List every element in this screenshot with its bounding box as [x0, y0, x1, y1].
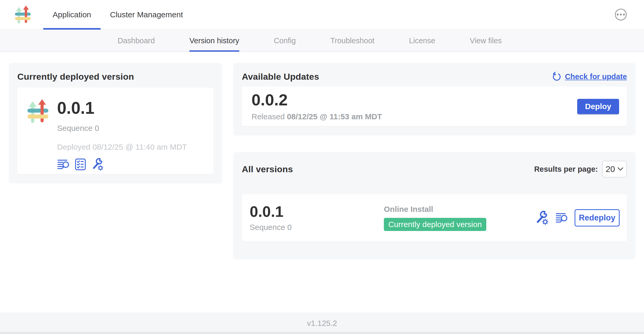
nav-tab-cluster-management[interactable]: Cluster Management [101, 0, 192, 29]
admin-console-page: Application Cluster Management Dashboard… [0, 0, 644, 334]
tab-version-history[interactable]: Version history [189, 30, 239, 52]
app-subnav: Dashboard Version history Config Trouble… [0, 30, 644, 52]
app-logo-arrows-icon [14, 4, 32, 29]
install-type-label: Online Install [384, 205, 486, 214]
console-version: v1.125.2 [307, 319, 337, 328]
results-per-page: Results per page: 20 [534, 161, 627, 177]
card-title: Currently deployed version [17, 72, 214, 82]
chevron-down-icon [618, 167, 623, 171]
footer: v1.125.2 [0, 313, 644, 334]
currently-deployed-card: Currently deployed version 0.0.1 Sequenc… [9, 63, 222, 184]
tab-dashboard[interactable]: Dashboard [118, 30, 155, 52]
config-icon[interactable] [91, 158, 104, 171]
tab-config[interactable]: Config [274, 30, 296, 52]
update-version-number: 0.0.2 [252, 92, 382, 108]
check-for-update-link[interactable]: Check for update [552, 72, 627, 82]
config-icon[interactable] [535, 211, 549, 225]
row-sequence: Sequence 0 [250, 223, 384, 232]
deployed-action-icons [57, 158, 187, 171]
refresh-icon [552, 72, 562, 82]
top-nav-tabs: Application Cluster Management [43, 0, 192, 29]
tab-license[interactable]: License [409, 30, 435, 52]
top-nav-bar: Application Cluster Management [0, 0, 644, 30]
row-version-number: 0.0.1 [250, 204, 384, 219]
update-released-line: Released 08/12/25 @ 11:53 am MDT [252, 112, 382, 121]
tab-view-files[interactable]: View files [470, 30, 502, 52]
redeploy-button[interactable]: Redeploy [575, 209, 620, 227]
app-icon [27, 95, 50, 174]
window-bottom-strip [0, 332, 644, 334]
deployed-version-number: 0.0.1 [57, 100, 187, 116]
deployed-sequence: Sequence 0 [57, 124, 187, 133]
nav-tab-application[interactable]: Application [43, 0, 101, 29]
status-badge: Currently deployed version [384, 218, 486, 231]
version-row: 0.0.1 Sequence 0 Online Install Currentl… [242, 194, 627, 241]
all-versions-card: All versions Results per page: 20 0.0.1 … [233, 152, 636, 260]
results-per-page-value: 20 [606, 164, 615, 174]
update-row: 0.0.2 Released 08/12/25 @ 11:53 am MDT D… [242, 87, 627, 126]
available-updates-card: Available Updates Check for update 0.0.2… [233, 63, 636, 136]
nav-tab-label: Application [53, 10, 91, 19]
results-per-page-select[interactable]: 20 [602, 161, 627, 177]
nav-tab-label: Cluster Management [110, 10, 183, 19]
card-title: Available Updates [242, 72, 319, 82]
preflight-checks-icon[interactable] [74, 158, 87, 171]
ellipsis-menu-icon[interactable] [615, 9, 627, 20]
deployed-timestamp: Deployed 08/12/25 @ 11:40 am MDT [57, 143, 187, 152]
deployed-version-panel: 0.0.1 Sequence 0 Deployed 08/12/25 @ 11:… [17, 88, 214, 174]
results-per-page-label: Results per page: [534, 165, 598, 174]
row-actions: Redeploy [535, 209, 620, 227]
main-content: Currently deployed version 0.0.1 Sequenc… [0, 52, 644, 313]
tab-troubleshoot[interactable]: Troubleshoot [330, 30, 374, 52]
release-notes-icon[interactable] [57, 158, 70, 171]
release-notes-icon[interactable] [555, 212, 568, 224]
check-for-update-label: Check for update [565, 72, 627, 81]
card-title: All versions [242, 164, 293, 174]
deploy-button[interactable]: Deploy [577, 99, 619, 114]
